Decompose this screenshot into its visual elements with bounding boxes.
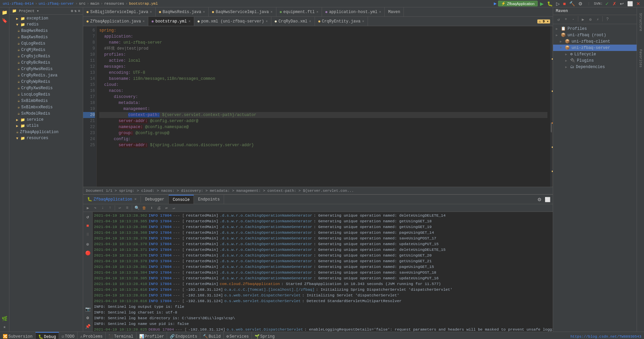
step-into-btn[interactable]: ↓ bbox=[99, 205, 106, 211]
undo-button[interactable]: ↩ bbox=[619, 1, 625, 6]
tree-item-baqhwsredis[interactable]: ☕ BaqHwsRedis bbox=[9, 27, 83, 34]
bottom-tab-endpoints[interactable]: 🔗 Endpoints bbox=[167, 332, 200, 339]
debug-hide-btn[interactable]: ⬜ bbox=[544, 197, 551, 202]
tab-close-pomxml[interactable]: × bbox=[266, 20, 268, 23]
tab-bootstrapyml[interactable]: bootstrap.yml × bbox=[148, 17, 194, 26]
tab-close-equipmentftl[interactable]: × bbox=[316, 10, 318, 14]
tab-close-applicationhostyml[interactable]: × bbox=[379, 10, 381, 14]
tab-crqrydaoxml[interactable]: CrqRyDao.xml × bbox=[271, 17, 315, 26]
tab-baqhwsserviceimpl[interactable]: BaqHwsServiceImpl.java × bbox=[209, 7, 276, 17]
mute-breakpoints-btn[interactable]: ⊙ bbox=[84, 241, 92, 248]
maven-remove-btn[interactable]: - bbox=[570, 16, 577, 23]
sidebar-settings-icon[interactable]: ⚙ bbox=[71, 9, 73, 13]
breakpoints-btn[interactable]: 🔴 bbox=[84, 249, 92, 257]
git-icon[interactable]: 🌿 bbox=[1, 315, 8, 322]
stop-debug-btn[interactable]: ■ bbox=[84, 222, 92, 229]
debug-settings-btn[interactable]: ⚙ bbox=[536, 197, 543, 202]
maven-item-unifzbaq-root[interactable]: ▶ 📦 uni-zfbaq (root) bbox=[553, 32, 637, 38]
svn-x-button[interactable]: ✗ bbox=[611, 1, 618, 6]
tree-item-crqrybcredis[interactable]: ☕ CrqRyBcRedis bbox=[9, 59, 83, 66]
tab-close-baqhwsredis[interactable]: × bbox=[203, 10, 205, 14]
bottom-tab-profiler[interactable]: 📊 Profiler bbox=[137, 332, 167, 339]
bottom-tab-subversion[interactable]: 🔀 Subversion bbox=[0, 332, 36, 339]
maven-add-btn[interactable]: + bbox=[562, 16, 569, 23]
evaluate-btn[interactable]: ≡ bbox=[124, 205, 130, 211]
bottom-tab-terminal[interactable]: ⬛ Terminal bbox=[106, 332, 137, 339]
step-out-btn[interactable]: ↑ bbox=[107, 205, 113, 211]
run-button[interactable]: ▶ bbox=[539, 1, 545, 6]
sidebar-expand-icon[interactable]: ⇅ bbox=[74, 9, 77, 13]
tab-close-bootstrapyml[interactable]: × bbox=[189, 20, 191, 23]
tree-item-lscqlogredis[interactable]: ☕ LscqLogRedis bbox=[9, 91, 83, 98]
tree-item-crqryredisjava[interactable]: ☕ CrqRyRedis.java bbox=[9, 72, 83, 78]
tree-item-crqrywpredis[interactable]: ☕ CrqRyWpRedis bbox=[9, 78, 83, 85]
tab-close-zfbaqapplication[interactable]: × bbox=[143, 20, 145, 23]
favorites-btn[interactable]: Favorites bbox=[638, 45, 643, 72]
debug-tab-endpoints[interactable]: Endpoints bbox=[194, 195, 224, 204]
tab-close-crqryentityjava[interactable]: × bbox=[362, 20, 364, 23]
settings-debug-btn[interactable]: ⚙ bbox=[84, 314, 92, 322]
tab-baqhwsredis[interactable]: BaqHwsRedis.java × bbox=[156, 7, 209, 17]
maven-run-btn[interactable]: ▶ bbox=[580, 16, 586, 23]
tab-close-sxblqjlb[interactable]: × bbox=[150, 10, 152, 14]
step-over-btn[interactable]: ↷ bbox=[92, 205, 99, 211]
bottom-tab-spring[interactable]: 🌱 Spring bbox=[252, 332, 277, 339]
tree-item-cqlogredis[interactable]: ☕ CqLogRedis bbox=[9, 40, 83, 47]
debug-button[interactable]: 🐛 bbox=[546, 1, 554, 6]
pin-btn[interactable]: 📌 bbox=[84, 323, 92, 330]
tree-item-exception[interactable]: ▶ 📁 exception bbox=[9, 15, 83, 21]
debug-tab-debugger[interactable]: Debugger bbox=[141, 195, 169, 204]
run-app-button[interactable]: ⚡ ZfbaqApplication bbox=[498, 1, 538, 6]
tab-pomxml[interactable]: pom.xml (uni-zfbaq-server) × bbox=[194, 17, 271, 26]
tree-item-resources[interactable]: ▼ 📁 resources bbox=[9, 135, 83, 141]
tab-crqryentityjava[interactable]: CrqRyEntity.java × bbox=[315, 17, 368, 26]
run-to-cursor-btn[interactable]: ↩ bbox=[116, 205, 123, 211]
maven-item-lifecycle[interactable]: ▶ ⚙ Lifecycle bbox=[553, 51, 637, 57]
bottom-tab-build[interactable]: 🔨 Build bbox=[200, 332, 224, 339]
bottom-tab-services[interactable]: ⚙ Services bbox=[224, 332, 252, 339]
debug-session-close[interactable]: × bbox=[134, 197, 137, 202]
debug-tab-console[interactable]: Console bbox=[169, 195, 194, 204]
print-btn[interactable]: 🖨 bbox=[156, 205, 162, 211]
tree-item-baqxwsredis[interactable]: ☕ BaqXwsRedis bbox=[9, 34, 83, 40]
tree-item-crqrsjcredis[interactable]: ☕ CrqRsjcRedis bbox=[9, 53, 83, 59]
tab-close-baqhwsserviceimpl[interactable]: × bbox=[271, 10, 273, 14]
code-editor[interactable]: spring: application: name: uni-zfbaq-ser… bbox=[97, 26, 550, 187]
tab-sxblqjlb[interactable]: SxBlqjlbServiceImpl.java × bbox=[83, 7, 156, 17]
build-button[interactable]: 🔨 bbox=[568, 1, 576, 6]
tree-item-crqryhwsredis[interactable]: ☕ CrqRyHwsRedis bbox=[9, 66, 83, 72]
maximize-button[interactable]: ⬜ bbox=[626, 1, 634, 6]
csdn-link[interactable]: https://blog.csdn.net/TW88930543 bbox=[568, 332, 644, 339]
resume-btn[interactable]: ▶ bbox=[85, 205, 91, 211]
tree-item-redis[interactable]: ▼ 📁 redis bbox=[9, 21, 83, 27]
maven-execute-btn[interactable]: ⚡ bbox=[594, 16, 601, 23]
tab-close-crqrydaoxml[interactable]: × bbox=[309, 20, 311, 23]
maven-item-unifzbaq-client[interactable]: ▶ 📦 uni-zfbaq-client bbox=[553, 38, 637, 45]
tab-zfbaqapplication[interactable]: ZfbaqApplication.java × bbox=[83, 17, 148, 26]
maven-settings-btn[interactable]: ⚙ bbox=[587, 16, 594, 23]
editor-scrollbar[interactable] bbox=[550, 26, 553, 187]
stop-button[interactable]: ■ bbox=[562, 1, 567, 6]
tree-item-zfbaqapplication[interactable]: ☕ ZfbaqApplication bbox=[9, 129, 83, 135]
structure-btn[interactable]: Structure bbox=[638, 9, 643, 36]
bookmarks-icon[interactable]: 🔖 bbox=[1, 17, 8, 24]
clear-btn[interactable]: 🗑 bbox=[141, 205, 148, 211]
project-icon[interactable]: 📁 bbox=[1, 9, 8, 16]
coverage-button[interactable]: ▷ bbox=[555, 1, 561, 6]
console-output[interactable]: 2021-04-19 10:13:28.362 INFO 17804 --- [… bbox=[93, 212, 553, 332]
bottom-tab-debug[interactable]: 🐛 Debug bbox=[36, 332, 59, 339]
tree-item-sxblmbxxredis[interactable]: ☕ SxBlmbxxRedis bbox=[9, 104, 83, 110]
get-thread-dump-btn[interactable]: 📷 bbox=[84, 305, 92, 313]
pause-btn[interactable]: ⏸ bbox=[84, 231, 92, 238]
restart-btn[interactable]: ↺ bbox=[84, 213, 92, 221]
maven-refresh-btn[interactable]: ↺ bbox=[555, 16, 562, 23]
svn-check-button[interactable]: ✓ bbox=[604, 1, 610, 6]
tree-item-sxblmbRedis[interactable]: ☕ SxBlmbRedis bbox=[9, 98, 83, 104]
favorites-icon[interactable]: ★ bbox=[1, 323, 8, 330]
maven-item-dependencies[interactable]: ▶ 🗂 Dependencies bbox=[553, 64, 637, 70]
sidebar-gear-icon[interactable]: ≡ bbox=[78, 9, 80, 13]
tab-applicationhostyml[interactable]: application-host.yml × bbox=[322, 7, 385, 17]
bottom-tab-problems[interactable]: ⚠ Problems bbox=[77, 332, 106, 339]
bottom-tab-todo[interactable]: ☑ TODO bbox=[59, 332, 77, 339]
maven-profiles[interactable]: ▶ 📋 Profiles bbox=[553, 25, 637, 32]
